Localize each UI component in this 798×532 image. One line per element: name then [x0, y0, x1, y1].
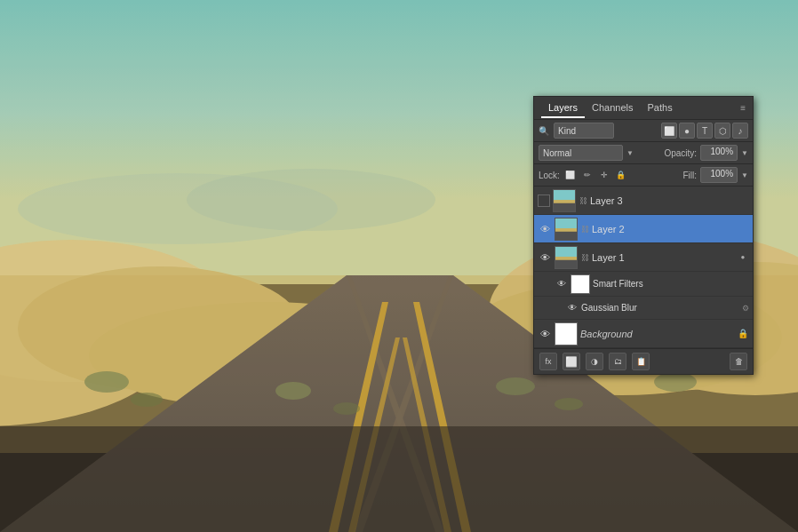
blend-mode-dropdown[interactable]: Normal Dissolve Multiply Screen Overlay	[539, 145, 623, 161]
gaussian-blur-name: Gaussian Blur	[581, 303, 739, 313]
tab-paths[interactable]: Paths	[641, 99, 680, 118]
filter-shape-icon[interactable]: ⬡	[714, 123, 730, 139]
gaussian-blur-item[interactable]: 👁 Gaussian Blur ⚙	[534, 297, 753, 320]
layer3-thumbnail	[553, 189, 576, 212]
filter-type-icon[interactable]: T	[697, 123, 713, 139]
fill-dropdown-arrow: ▼	[741, 171, 748, 179]
opacity-label: Opacity:	[664, 148, 697, 158]
layer-item-layer1[interactable]: 👁 ⛓ Layer 1 ●	[534, 243, 753, 272]
layer2-thumbnail	[555, 218, 578, 241]
layers-panel: Layers Channels Paths ≡ 🔍 Kind Name Effe…	[533, 96, 754, 375]
opacity-dropdown-arrow: ▼	[741, 149, 748, 157]
filter-kind-dropdown[interactable]: Kind Name Effect Mode Attribute Color	[554, 123, 614, 139]
background-eye-icon[interactable]: 👁	[538, 327, 552, 341]
layer1-smart-filter-badge: ●	[737, 251, 749, 264]
layer2-name: Layer 2	[592, 224, 749, 234]
layer3-chain-icon: ⛓	[579, 196, 587, 205]
add-mask-button[interactable]: ⬜	[563, 353, 580, 370]
layer1-eye-icon[interactable]: 👁	[538, 250, 552, 265]
blend-dropdown-arrow: ▼	[626, 149, 634, 157]
panel-tabs: Layers Channels Paths ≡	[534, 97, 753, 120]
background-thumbnail	[555, 322, 578, 345]
fill-value[interactable]: 100%	[700, 167, 738, 183]
tab-layers[interactable]: Layers	[541, 99, 585, 118]
svg-rect-30	[554, 202, 575, 210]
svg-rect-36	[555, 259, 577, 267]
add-fx-button[interactable]: fx	[539, 353, 557, 370]
fill-label: Fill:	[683, 171, 698, 180]
add-adjustment-button[interactable]: ◑	[586, 353, 603, 370]
filter-pixel-icon[interactable]: ⬜	[661, 123, 677, 139]
gaussian-blur-options-icon[interactable]: ⚙	[742, 304, 749, 313]
lock-pixels-icon[interactable]: ✏	[580, 168, 595, 182]
layer1-name: Layer 1	[592, 252, 734, 263]
panel-menu-icon[interactable]: ≡	[740, 103, 746, 113]
layer-item-layer2[interactable]: 👁 ⛓ Layer 2	[534, 215, 753, 243]
layer3-name: Layer 3	[590, 195, 749, 206]
delete-layer-button[interactable]: 🗑	[730, 353, 747, 370]
layer1-chain-icon: ⛓	[580, 253, 589, 262]
layer3-visibility-box[interactable]	[538, 195, 550, 207]
smart-filters-name: Smart Filters	[593, 279, 749, 289]
svg-rect-33	[555, 231, 577, 239]
lock-label: Lock:	[539, 171, 560, 180]
layer2-chain-icon: ⛓	[580, 225, 589, 234]
smart-filters-eye-icon[interactable]: 👁	[555, 277, 568, 291]
blend-mode-row: Normal Dissolve Multiply Screen Overlay …	[534, 142, 753, 164]
smart-filters-thumbnail	[571, 274, 590, 294]
lock-row: Lock: ⬜ ✏ ✛ 🔒 Fill: 100% ▼	[534, 164, 753, 187]
gaussian-blur-eye-icon[interactable]: 👁	[566, 301, 579, 315]
tab-channels[interactable]: Channels	[585, 99, 640, 118]
smart-filters-item[interactable]: 👁 Smart Filters	[534, 272, 753, 297]
layer2-eye-icon[interactable]: 👁	[538, 222, 552, 236]
layer1-thumbnail	[555, 246, 578, 269]
opacity-value[interactable]: 100%	[700, 145, 738, 161]
lock-all-icon[interactable]: 🔒	[614, 168, 628, 182]
background-name: Background	[580, 329, 734, 339]
lock-transparent-icon[interactable]: ⬜	[563, 168, 578, 182]
background-lock-icon: 🔒	[737, 328, 749, 340]
layers-list: ⛓ Layer 3 👁 ⛓ Layer 2 👁	[534, 187, 753, 348]
panel-bottom: fx ⬜ ◑ 🗂 📋 🗑	[534, 348, 753, 374]
lock-position-icon[interactable]: ✛	[597, 168, 611, 182]
layer-item-layer3[interactable]: ⛓ Layer 3	[534, 187, 753, 215]
filter-row: 🔍 Kind Name Effect Mode Attribute Color …	[534, 120, 753, 142]
filter-kind-icon: 🔍	[539, 126, 549, 136]
new-layer-button[interactable]: 📋	[632, 353, 650, 370]
filter-smart-icon[interactable]: ♪	[732, 123, 748, 139]
new-group-button[interactable]: 🗂	[609, 353, 626, 370]
layer-item-background[interactable]: 👁 Background 🔒	[534, 320, 753, 348]
filter-adjustment-icon[interactable]: ●	[679, 123, 695, 139]
